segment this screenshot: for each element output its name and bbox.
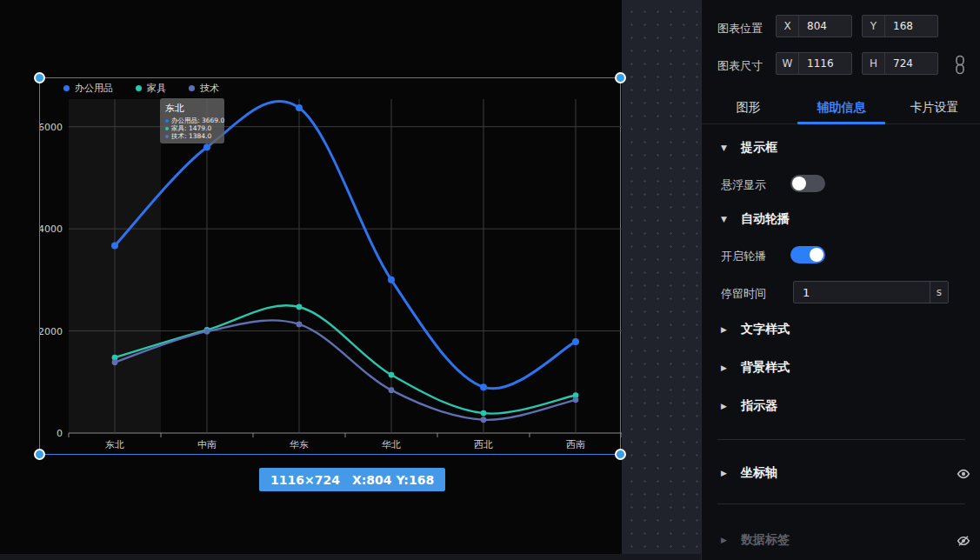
section-carousel-title: 自动轮播: [741, 211, 790, 227]
caret-down-icon: [721, 143, 730, 152]
caret-right-icon: [721, 325, 730, 334]
section-text-style[interactable]: 文字样式: [721, 322, 790, 337]
section-data-labels[interactable]: 数据标签: [721, 532, 790, 548]
width-field[interactable]: W 1116: [776, 52, 852, 75]
tooltip-row: 技术: 1384.0: [165, 132, 219, 140]
legend-label: 技术: [200, 82, 219, 95]
duration-value[interactable]: 1: [794, 286, 930, 299]
svg-text:西北: 西北: [474, 439, 493, 450]
tab-auxiliary-info[interactable]: 辅助信息: [795, 92, 888, 123]
x-field-prefix: X: [777, 16, 799, 37]
x-position-field[interactable]: X 804: [776, 15, 852, 37]
legend-dot-icon: [63, 85, 70, 91]
svg-text:东北: 东北: [105, 439, 124, 450]
chart-legend: 办公用品家具技术: [63, 82, 219, 94]
legend-dot-icon: [136, 85, 142, 91]
height-field[interactable]: H 724: [862, 52, 938, 75]
section-background-style[interactable]: 背景样式: [721, 360, 790, 376]
resize-handle-bottom-left[interactable]: [34, 449, 45, 460]
caret-right-icon: [721, 402, 730, 410]
svg-text:0: 0: [57, 428, 63, 439]
resize-handle-bottom-right[interactable]: [615, 449, 626, 460]
caret-right-icon: [721, 469, 730, 477]
line-chart-plot: 0200040006000东北中南华东华北西北西南: [40, 78, 622, 456]
duration-label: 停留时间: [721, 286, 766, 302]
eye-hidden-icon[interactable]: [957, 534, 970, 548]
section-carousel[interactable]: 自动轮播: [721, 211, 790, 227]
svg-text:中南: 中南: [197, 439, 217, 450]
resize-handle-top-left[interactable]: [34, 72, 45, 83]
h-field-prefix: H: [863, 53, 885, 74]
svg-text:华北: 华北: [381, 439, 401, 450]
active-tab-underline: [797, 122, 885, 124]
aspect-ratio-link-icon[interactable]: [955, 55, 965, 75]
tab-card-settings[interactable]: 卡片设置: [888, 92, 980, 123]
section-tooltip[interactable]: 提示框: [721, 140, 777, 156]
svg-text:华东: 华东: [289, 439, 309, 450]
hover-display-toggle[interactable]: [790, 175, 825, 192]
workspace-dotted-canvas[interactable]: [622, 0, 701, 560]
legend-dot-icon: [189, 85, 195, 91]
section-indicator[interactable]: 指示器: [721, 398, 777, 414]
tooltip-title: 东北: [165, 102, 219, 115]
section-axes-title: 坐标轴: [741, 465, 777, 481]
chart-size-label: 图表尺寸: [717, 58, 763, 74]
badge-size: 1116×724: [270, 473, 340, 487]
tooltip-rows: 办公用品: 3669.0家具: 1479.0技术: 1384.0: [165, 117, 219, 140]
h-field-value[interactable]: 724: [885, 57, 913, 70]
svg-text:2000: 2000: [40, 326, 63, 337]
section-indicator-title: 指示器: [741, 398, 777, 414]
section-text-style-title: 文字样式: [741, 322, 790, 337]
x-field-value[interactable]: 804: [799, 20, 827, 32]
divider: [717, 503, 965, 504]
chart-tooltip: 东北 办公用品: 3669.0家具: 1479.0技术: 1384.0: [160, 98, 224, 143]
y-position-field[interactable]: Y 168: [862, 15, 938, 37]
editor-stage: 0200040006000东北中南华东华北西北西南 办公用品家具技术 东北 办公…: [0, 0, 980, 560]
divider: [717, 439, 965, 440]
section-data-labels-title: 数据标签: [741, 532, 790, 548]
eye-visible-icon[interactable]: [957, 467, 970, 481]
panel-tabs: 图形 辅助信息 卡片设置: [702, 92, 980, 124]
w-field-prefix: W: [777, 53, 799, 74]
properties-panel: 图表位置 X 804 Y 168 图表尺寸 W 1116 H 724 图形 辅助…: [701, 0, 980, 560]
resize-handle-top-right[interactable]: [615, 72, 626, 83]
caret-down-icon: [721, 215, 730, 223]
hover-display-label: 悬浮显示: [721, 177, 766, 193]
duration-input[interactable]: 1 s: [793, 281, 949, 303]
tab-graphic[interactable]: 图形: [702, 92, 795, 123]
enable-carousel-label: 开启轮播: [721, 249, 766, 264]
chart-widget[interactable]: 0200040006000东北中南华东华北西北西南 办公用品家具技术 东北 办公…: [39, 77, 621, 455]
chart-position-label: 图表位置: [717, 21, 763, 37]
badge-position: X:804 Y:168: [352, 473, 434, 487]
svg-text:西南: 西南: [566, 439, 585, 450]
section-tooltip-title: 提示框: [741, 140, 777, 156]
legend-label: 办公用品: [75, 82, 113, 95]
legend-item[interactable]: 家具: [136, 82, 166, 95]
section-axes[interactable]: 坐标轴: [721, 465, 777, 481]
y-field-prefix: Y: [863, 16, 885, 37]
legend-item[interactable]: 办公用品: [63, 82, 113, 95]
legend-label: 家具: [147, 82, 166, 95]
section-background-style-title: 背景样式: [741, 360, 790, 376]
w-field-value[interactable]: 1116: [799, 57, 834, 70]
svg-text:6000: 6000: [40, 122, 63, 133]
workspace-bottom-strip: [0, 554, 701, 560]
caret-right-icon: [721, 363, 730, 372]
duration-unit: s: [930, 282, 948, 303]
legend-item[interactable]: 技术: [189, 82, 219, 95]
caret-right-icon: [721, 536, 730, 544]
size-position-badge: 1116×724 X:804 Y:168: [259, 468, 445, 491]
svg-text:4000: 4000: [40, 223, 63, 235]
y-field-value[interactable]: 168: [885, 20, 913, 32]
enable-carousel-toggle[interactable]: [790, 246, 825, 263]
